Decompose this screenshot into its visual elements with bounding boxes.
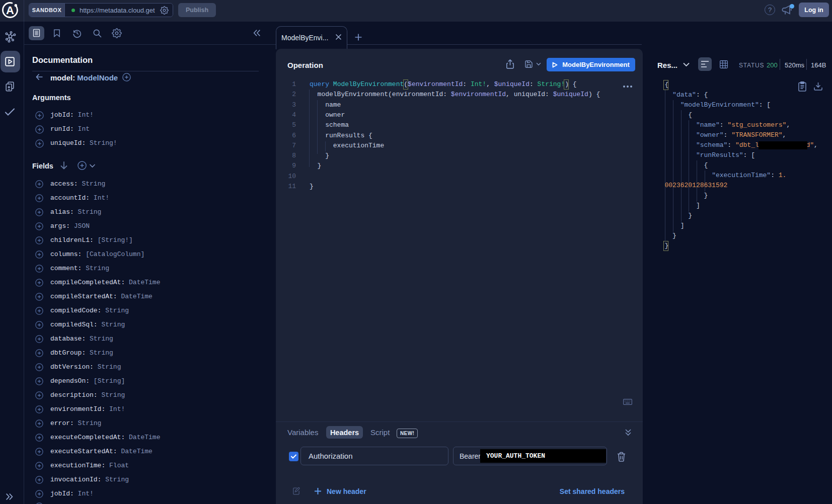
svg-text:A: A (6, 4, 14, 17)
